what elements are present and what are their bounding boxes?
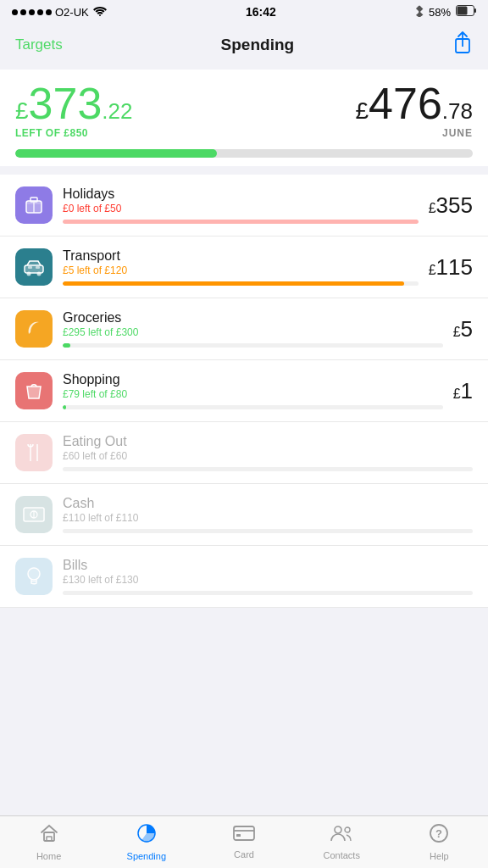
category-name: Holidays: [63, 186, 419, 202]
list-item[interactable]: Shopping £79 left of £80 £1: [0, 360, 488, 422]
summary-right: £476.78 JUNE: [356, 81, 474, 139]
share-button[interactable]: [452, 31, 473, 59]
summary-row: £373.22 LEFT OF £850 £476.78 JUNE: [15, 81, 473, 144]
status-right: 58%: [415, 5, 476, 19]
page-title: Spending: [221, 36, 295, 54]
category-progress: [63, 529, 473, 533]
category-progress: [63, 343, 443, 348]
category-progress-fill: [63, 281, 404, 286]
category-info: Eating Out £60 left of £60: [63, 434, 473, 471]
category-sub: £60 left of £60: [63, 450, 473, 462]
category-progress: [63, 591, 473, 595]
tab-contacts-label: Contacts: [324, 850, 360, 860]
list-item[interactable]: Cash £110 left of £110: [0, 484, 488, 546]
tab-card-label: Card: [234, 849, 254, 860]
category-name: Shopping: [63, 372, 443, 387]
svg-rect-29: [234, 826, 254, 840]
category-info: Shopping £79 left of £80: [63, 372, 443, 409]
tab-bar: Home Spending Card: [0, 815, 488, 868]
bluetooth-icon: [415, 5, 424, 19]
carrier-label: O2-UK: [55, 6, 107, 19]
category-info: Transport £5 left of £120: [63, 248, 419, 286]
category-list: Holidays £0 left of £50 £355 Transport £…: [0, 175, 488, 608]
category-icon: [15, 558, 53, 595]
status-time: 16:42: [246, 5, 276, 19]
category-icon: [15, 496, 53, 533]
category-info: Bills £130 left of £130: [63, 558, 473, 595]
svg-point-33: [345, 827, 350, 832]
category-name: Cash: [63, 496, 473, 511]
back-button[interactable]: Targets: [15, 36, 63, 53]
category-sub: £0 left of £50: [63, 203, 419, 214]
contacts-icon: [330, 824, 353, 848]
battery-percent: 58%: [429, 6, 451, 19]
list-item[interactable]: Holidays £0 left of £50 £355: [0, 175, 488, 236]
category-name: Eating Out: [63, 434, 473, 449]
category-icon: [15, 248, 53, 286]
svg-rect-6: [457, 7, 467, 15]
right-subtitle: JUNE: [356, 127, 474, 139]
list-item[interactable]: Eating Out £60 left of £60: [0, 422, 488, 484]
status-bar: O2-UK 16:42: [0, 0, 488, 24]
category-sub: £79 left of £80: [63, 388, 443, 400]
category-progress-fill: [63, 343, 70, 348]
category-amount: £5: [453, 316, 473, 342]
category-info: Holidays £0 left of £50: [63, 186, 419, 224]
svg-rect-5: [474, 8, 476, 13]
help-icon: ?: [429, 823, 449, 849]
spending-icon: [136, 823, 157, 849]
signal-dots: [12, 9, 52, 15]
svg-rect-16: [28, 266, 32, 269]
overall-progress-bar: [15, 149, 473, 158]
summary-section: £373.22 LEFT OF £850 £476.78 JUNE: [0, 70, 488, 166]
svg-text:?: ?: [435, 827, 442, 840]
category-name: Bills: [63, 558, 473, 573]
list-item[interactable]: Groceries £295 left of £300 £5: [0, 298, 488, 360]
svg-rect-27: [47, 837, 52, 841]
svg-point-14: [27, 272, 31, 276]
status-left: O2-UK: [12, 6, 107, 19]
category-icon: [15, 186, 53, 224]
left-subtitle: LEFT OF £850: [15, 127, 133, 139]
list-item[interactable]: Bills £130 left of £130: [0, 546, 488, 608]
svg-point-32: [335, 826, 341, 833]
category-sub: £110 left of £110: [63, 512, 473, 524]
right-amount: £476.78: [356, 81, 474, 125]
summary-left: £373.22 LEFT OF £850: [15, 81, 133, 139]
category-amount: £1: [453, 378, 473, 404]
tab-spending[interactable]: Spending: [97, 823, 195, 861]
list-item[interactable]: Transport £5 left of £120 £115: [0, 236, 488, 298]
svg-point-0: [99, 14, 101, 16]
svg-point-24: [28, 568, 40, 580]
category-info: Cash £110 left of £110: [63, 496, 473, 533]
tab-help[interactable]: ? Help: [391, 823, 488, 861]
category-amount: £115: [429, 254, 473, 281]
tab-help-label: Help: [430, 851, 449, 861]
category-sub: £295 left of £300: [63, 326, 443, 338]
overall-progress-fill: [15, 149, 217, 158]
tab-home-label: Home: [36, 851, 61, 861]
left-amount: £373.22: [15, 81, 133, 125]
battery-icon: [456, 5, 476, 19]
wifi-icon: [93, 6, 107, 19]
category-icon: [15, 434, 53, 471]
category-info: Groceries £295 left of £300: [63, 310, 443, 348]
category-progress: [63, 281, 419, 286]
svg-point-15: [37, 272, 42, 276]
category-sub: £130 left of £130: [63, 574, 473, 586]
tab-card[interactable]: Card: [195, 825, 292, 860]
category-icon: [15, 372, 53, 409]
category-name: Transport: [63, 248, 419, 264]
nav-header: Targets Spending: [0, 24, 488, 70]
category-progress-fill: [63, 220, 419, 224]
card-icon: [233, 825, 255, 847]
category-icon: [15, 310, 53, 348]
tab-spending-label: Spending: [127, 851, 167, 861]
tab-home[interactable]: Home: [0, 823, 97, 861]
svg-rect-31: [236, 834, 241, 837]
home-icon: [39, 823, 59, 849]
category-sub: £5 left of £120: [63, 264, 419, 276]
category-progress: [63, 467, 473, 471]
category-amount: £355: [429, 192, 473, 219]
tab-contacts[interactable]: Contacts: [293, 824, 391, 860]
